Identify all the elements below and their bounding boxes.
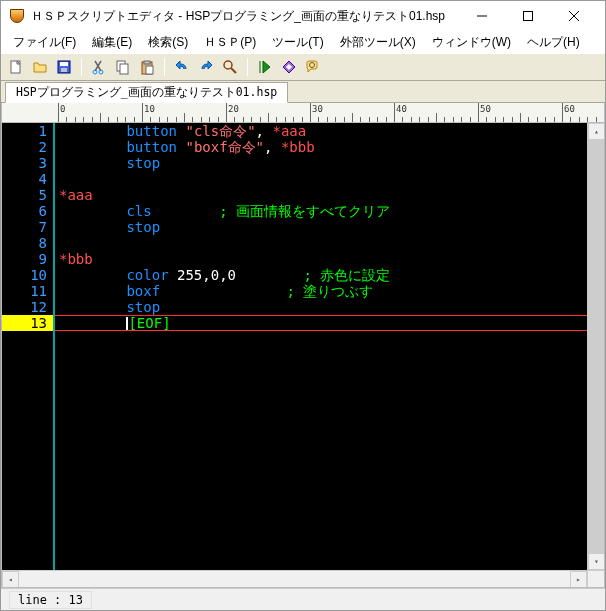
- paste-button[interactable]: [136, 56, 158, 78]
- code-line[interactable]: boxf ; 塗りつぶす: [59, 283, 587, 299]
- line-number-gutter: 12345678910111213: [2, 123, 54, 570]
- scrollbar-horizontal[interactable]: ◂ ▸: [2, 570, 604, 587]
- line-number: 12: [2, 299, 53, 315]
- line-number: 5: [2, 187, 53, 203]
- compile-button[interactable]: [278, 56, 300, 78]
- scroll-down-button[interactable]: ▾: [588, 553, 604, 570]
- new-file-button[interactable]: [5, 56, 27, 78]
- scroll-track-h[interactable]: [19, 571, 570, 587]
- line-number: 6: [2, 203, 53, 219]
- line-number: 7: [2, 219, 53, 235]
- code-line[interactable]: stop: [59, 155, 587, 171]
- svg-rect-8: [120, 64, 128, 74]
- code-line[interactable]: cls ; 画面情報をすべてクリア: [59, 203, 587, 219]
- find-button[interactable]: [219, 56, 241, 78]
- code-line[interactable]: color 255,0,0 ; 赤色に設定: [59, 267, 587, 283]
- window-controls: [459, 1, 597, 31]
- svg-point-12: [224, 61, 232, 69]
- close-button[interactable]: [551, 1, 597, 31]
- code-editor[interactable]: 12345678910111213 button "cls命令", *aaa b…: [2, 123, 587, 570]
- code-line[interactable]: [59, 171, 587, 187]
- toolbar: [1, 53, 605, 81]
- menu-help[interactable]: ヘルプ(H): [519, 32, 588, 53]
- menu-file[interactable]: ファイル(F): [5, 32, 84, 53]
- svg-rect-0: [524, 12, 533, 21]
- code-line[interactable]: *bbb: [59, 251, 587, 267]
- menu-exttools[interactable]: 外部ツール(X): [332, 32, 424, 53]
- scroll-left-button[interactable]: ◂: [2, 571, 19, 588]
- menu-tools[interactable]: ツール(T): [264, 32, 331, 53]
- line-number: 3: [2, 155, 53, 171]
- line-number: 13: [2, 315, 53, 331]
- help-button[interactable]: [302, 56, 324, 78]
- code-line[interactable]: [59, 235, 587, 251]
- code-line[interactable]: *aaa: [59, 187, 587, 203]
- menu-edit[interactable]: 編集(E): [84, 32, 140, 53]
- app-icon: [9, 8, 25, 24]
- line-number: 10: [2, 267, 53, 283]
- cut-button[interactable]: [88, 56, 110, 78]
- undo-button[interactable]: [171, 56, 193, 78]
- toolbar-separator: [81, 58, 82, 76]
- svg-rect-4: [61, 68, 67, 72]
- code-line[interactable]: stop: [59, 219, 587, 235]
- scroll-thumb-v[interactable]: [588, 140, 604, 570]
- scrollbar-vertical[interactable]: ▴ ▾: [587, 123, 604, 570]
- redo-button[interactable]: [195, 56, 217, 78]
- code-content[interactable]: button "cls命令", *aaa button "boxf命令", *b…: [54, 123, 587, 570]
- tab-active[interactable]: HSPプログラミング_画面の重なりテスト01.hsp: [5, 82, 288, 103]
- code-line[interactable]: stop: [59, 299, 587, 315]
- line-number: 9: [2, 251, 53, 267]
- editor-area: 12345678910111213 button "cls命令", *aaa b…: [1, 123, 605, 588]
- app-window: ＨＳＰスクリプトエディタ - HSPプログラミング_画面の重なりテスト01.hs…: [0, 0, 606, 611]
- toolbar-separator: [247, 58, 248, 76]
- code-line[interactable]: button "boxf命令", *bbb: [59, 139, 587, 155]
- statusbar: line : 13: [1, 588, 605, 610]
- toolbar-separator: [164, 58, 165, 76]
- scroll-corner: [587, 571, 604, 588]
- svg-rect-11: [146, 66, 153, 74]
- status-line-number: line : 13: [9, 591, 92, 609]
- line-number: 1: [2, 123, 53, 139]
- titlebar: ＨＳＰスクリプトエディタ - HSPプログラミング_画面の重なりテスト01.hs…: [1, 1, 605, 31]
- minimize-button[interactable]: [459, 1, 505, 31]
- ruler: 010203040506070: [1, 103, 605, 123]
- line-number: 8: [2, 235, 53, 251]
- line-number: 2: [2, 139, 53, 155]
- code-line[interactable]: button "cls命令", *aaa: [59, 123, 587, 139]
- menu-window[interactable]: ウィンドウ(W): [424, 32, 519, 53]
- svg-rect-10: [144, 61, 150, 64]
- svg-rect-3: [60, 62, 68, 66]
- copy-button[interactable]: [112, 56, 134, 78]
- save-file-button[interactable]: [53, 56, 75, 78]
- menu-hsp[interactable]: ＨＳＰ(P): [196, 32, 264, 53]
- scroll-right-button[interactable]: ▸: [570, 571, 587, 588]
- line-number: 4: [2, 171, 53, 187]
- maximize-button[interactable]: [505, 1, 551, 31]
- menubar: ファイル(F) 編集(E) 検索(S) ＨＳＰ(P) ツール(T) 外部ツール(…: [1, 31, 605, 53]
- run-button[interactable]: [254, 56, 276, 78]
- open-file-button[interactable]: [29, 56, 51, 78]
- menu-search[interactable]: 検索(S): [140, 32, 196, 53]
- tabbar: HSPプログラミング_画面の重なりテスト01.hsp: [1, 81, 605, 103]
- window-title: ＨＳＰスクリプトエディタ - HSPプログラミング_画面の重なりテスト01.hs…: [31, 8, 459, 25]
- scroll-up-button[interactable]: ▴: [588, 123, 604, 140]
- line-number: 11: [2, 283, 53, 299]
